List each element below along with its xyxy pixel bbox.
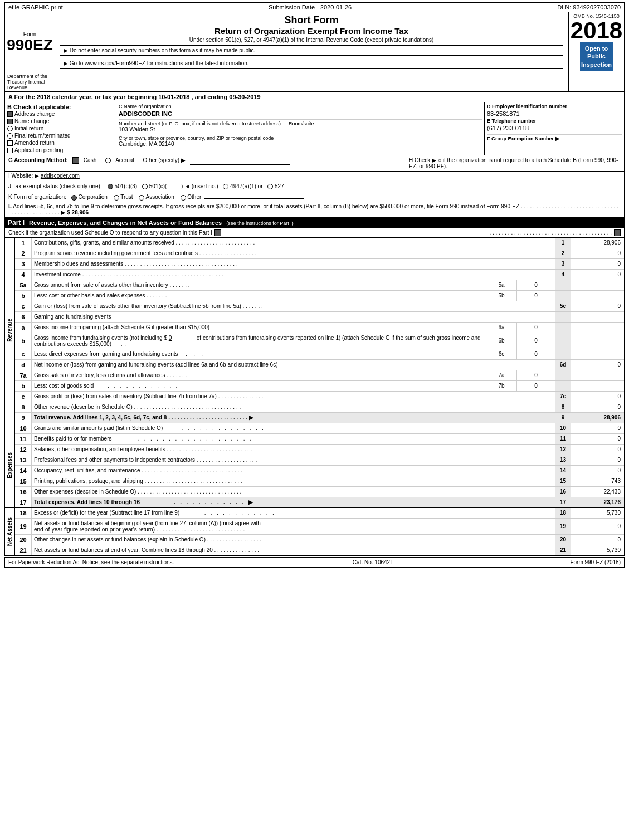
other-acct-label: Other (specify) ▶	[143, 157, 186, 163]
year-number: 2018	[571, 19, 622, 42]
acct-g-label: G Accounting Method:	[8, 157, 68, 163]
row-17-num: 17	[15, 497, 32, 507]
cash-checkbox	[72, 157, 79, 164]
amended-return-label: Amended return	[14, 140, 55, 146]
row-12-desc: Salaries, other compensation, and employ…	[32, 445, 555, 455]
notice2: ▶ Go to www.irs.gov/Form990EZ for instru…	[60, 58, 563, 69]
address-label: Number and street (or P. O. box, if mail…	[119, 121, 281, 126]
org-left: B Check if applicable: Address change Na…	[5, 102, 116, 155]
footer-bar: For Paperwork Reduction Act Notice, see …	[4, 557, 625, 568]
row-6a-refval: 0	[516, 323, 555, 333]
row-8-num: 8	[15, 402, 32, 412]
row-10-desc: Grants and similar amounts paid (list in…	[32, 423, 555, 433]
row-2: 2 Program service revenue including gove…	[15, 248, 624, 259]
row-6c-num: c	[15, 349, 32, 359]
dept-name: Department of the Treasury Internal Reve…	[7, 74, 47, 90]
row-17-desc: Total expenses. Add lines 10 through 16 …	[32, 497, 555, 507]
row-5b-refval: 0	[516, 291, 555, 301]
f-arrow: ▶	[555, 136, 559, 141]
j-note: (check only one) -	[60, 183, 104, 189]
check-b-label: B Check if applicable:	[7, 104, 114, 110]
row-1-amount: 28,906	[571, 238, 624, 248]
row-5b-linenum	[555, 291, 571, 301]
row-8-linenum: 8	[555, 402, 571, 412]
other-org-radio	[181, 194, 186, 200]
initial-return-label: Initial return	[14, 125, 43, 131]
expenses-side-label-cell: Expenses	[5, 423, 15, 507]
row-6c-refval: 0	[516, 349, 555, 359]
row-6b-ref: 6b	[486, 333, 516, 349]
schedule-o-checkbox	[214, 229, 221, 236]
row-7b-linenum	[555, 381, 571, 391]
row-12: 12 Salaries, other compensation, and emp…	[15, 445, 624, 455]
row-10-num: 10	[15, 423, 32, 433]
k-label: K Form of organization:	[8, 194, 66, 200]
row-19: 19 Net assets or fund balances at beginn…	[15, 519, 624, 535]
title-cell: Short Form Return of Organization Exempt…	[55, 12, 568, 72]
row-2-amount: 0	[571, 248, 624, 258]
row-16-amount: 22,433	[571, 487, 624, 497]
row-6a-num: a	[15, 323, 32, 333]
501c-label: 501(c)(	[149, 183, 167, 189]
row-6d-linenum: 6d	[555, 360, 571, 370]
trust-radio	[114, 194, 119, 200]
footer-cat-no: Cat. No. 10642I	[353, 559, 392, 565]
city-row: City or town, state or province, country…	[119, 134, 482, 147]
row-7a-refval: 0	[516, 370, 555, 380]
row-6: 6 Gaming and fundraising events	[15, 312, 624, 323]
row-20-amount: 0	[571, 535, 624, 545]
row-21-num: 21	[15, 545, 32, 555]
amended-return-checkbox	[7, 140, 13, 146]
form-990ez: 990EZ	[7, 37, 53, 53]
form-number-cell: Form 990EZ	[5, 12, 55, 72]
row-2-desc: Program service revenue including govern…	[32, 248, 555, 258]
row-7c-num: c	[15, 392, 32, 402]
row-10-amount: 0	[571, 423, 624, 433]
row-12-amount: 0	[571, 445, 624, 455]
row-6c-desc: Less: direct expenses from gaming and fu…	[32, 349, 486, 359]
row-19-num: 19	[15, 519, 32, 534]
row-4-linenum: 4	[555, 270, 571, 280]
acct-section: G Accounting Method: Cash Accrual Other …	[4, 155, 625, 172]
row-17-amount: 23,176	[571, 497, 624, 507]
row-1-desc: Contributions, gifts, grants, and simila…	[32, 238, 555, 248]
row-18-amount: 5,730	[571, 508, 624, 518]
row-11-num: 11	[15, 434, 32, 444]
address-row: Number and street (or P. O. box, if mail…	[119, 119, 482, 133]
dept-section: Department of the Treasury Internal Reve…	[4, 72, 625, 92]
row-9: 9 Total revenue. Add lines 1, 2, 3, 4, 5…	[15, 413, 624, 423]
row-11-linenum: 11	[555, 434, 571, 444]
row-21-amount: 5,730	[571, 545, 624, 555]
row-5b-desc: Less: cost or other basis and sales expe…	[32, 291, 486, 301]
accrual-radio	[105, 157, 111, 163]
other-org-label: Other	[187, 194, 201, 200]
row-14-num: 14	[15, 466, 32, 476]
row-6b-amount	[571, 333, 624, 349]
row-16-linenum: 16	[555, 487, 571, 497]
row-10: 10 Grants and similar amounts paid (list…	[15, 423, 624, 434]
name-change-item: Name change	[7, 118, 114, 125]
dln: DLN: 93492027003070	[557, 4, 621, 11]
row-6d: d Net income or (loss) from gaming and f…	[15, 360, 624, 370]
row-7a-ref: 7a	[486, 370, 516, 380]
row-5a-num: 5a	[15, 280, 32, 290]
row-5c: c Gain or (loss) from sale of assets oth…	[15, 301, 624, 312]
row-8-desc: Other revenue (describe in Schedule O) .…	[32, 402, 555, 412]
j-label: J Tax-exempt status	[8, 183, 58, 189]
row-5a-desc: Gross amount from sale of assets other t…	[32, 280, 486, 290]
application-pending-item: Application pending	[7, 146, 114, 154]
schedule-o-checkbox2	[614, 229, 621, 236]
dept-left: Department of the Treasury Internal Reve…	[5, 72, 55, 91]
row-6b-desc: Gross income from fundraising events (no…	[32, 333, 486, 349]
under-section: Under section 501(c), 527, or 4947(a)(1)…	[60, 37, 563, 43]
row-5b-num: b	[15, 291, 32, 301]
row-14: 14 Occupancy, rent, utilities, and maint…	[15, 466, 624, 476]
row-6b-num: b	[15, 333, 32, 349]
row-15-amount: 743	[571, 476, 624, 486]
row-9-num: 9	[15, 413, 32, 423]
row-6a-desc: Gross income from gaming (attach Schedul…	[32, 323, 486, 333]
return-title: Return of Organization Exempt From Incom…	[60, 26, 563, 36]
final-return-item: Final return/terminated	[7, 132, 114, 139]
footer-paperwork: For Paperwork Reduction Act Notice, see …	[8, 559, 174, 565]
row-15: 15 Printing, publications, postage, and …	[15, 476, 624, 487]
